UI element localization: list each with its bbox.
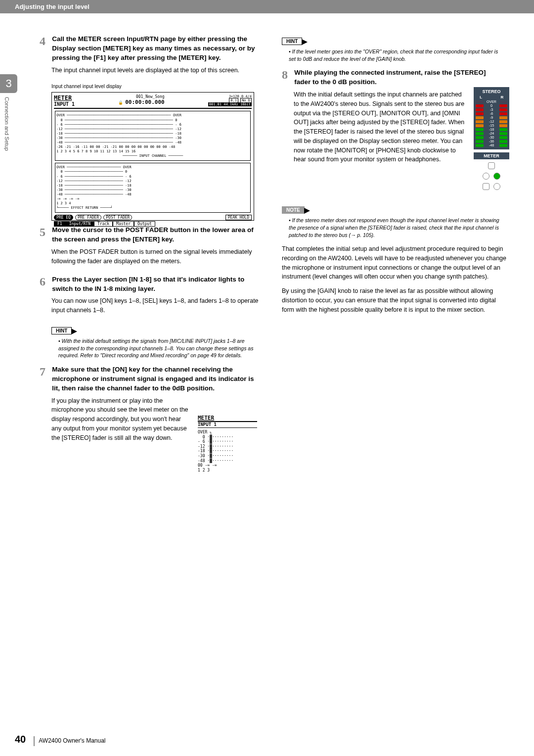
power-icon[interactable]: [493, 183, 500, 190]
hint-label: HINT: [56, 328, 67, 333]
content-area: 4 Call the METER screen Input/RTN page b…: [40, 35, 519, 451]
meter-button[interactable]: [488, 162, 495, 169]
small-subtitle: INPUT 1: [198, 422, 257, 428]
scale-6: -6: [484, 112, 499, 115]
meter-buttons-row: PRE EQ PRE FADER POST FADER PEAK HOLD: [54, 215, 252, 220]
step-number: 7: [40, 365, 50, 378]
srate-display: 001.01 44.1kHz 16bit: [208, 102, 252, 106]
closing-para-2: By using the [GAIN] knob to raise the le…: [282, 286, 509, 314]
screen-subtitle: INPUT 1: [54, 101, 75, 107]
return-scale: OVER ────────────────────────── OVER 0 ─…: [56, 165, 249, 197]
scale-left: OVER ───────────────────────────────────…: [56, 113, 249, 145]
tab-input-rtn[interactable]: Input/RTN: [66, 221, 94, 227]
step-heading: Make sure that the [ON] key for the chan…: [52, 365, 260, 393]
step-heading: Move the cursor to the POST FADER button…: [52, 226, 260, 244]
step-heading: While playing the connected instrument, …: [294, 68, 502, 87]
page-footer: 40 AW2400 Owner's Manual: [15, 734, 106, 746]
tab-track[interactable]: Track: [94, 221, 113, 227]
input-channel-graph: OVER ───────────────────────────────────…: [55, 111, 251, 161]
hint-tag: HINT: [282, 38, 302, 45]
channel-nums: 1 2 3 4 5 6 7 8 9 10 11 12 13 14 15 16: [56, 149, 249, 154]
right-column: HINT • If the level meter goes into the …: [282, 35, 509, 451]
section-label-a: INPUT CHANNEL: [139, 154, 167, 158]
song-name: 001_New_Song: [118, 94, 164, 99]
small-meter-illustration: METER INPUT 1 OVER ┐ 0 ·▓········· - 6 ·…: [198, 415, 257, 479]
step-heading: Call the METER screen Input/RTN page by …: [52, 35, 260, 63]
chapter-number: 3: [0, 74, 17, 93]
note-label: NOTE: [286, 207, 300, 213]
step-number: 5: [40, 226, 50, 239]
peak-hold-button[interactable]: PEAK HOLD: [225, 215, 252, 220]
meter-screen-illustration: METER INPUT 1 001_New_Song 🔒 00:00:00.00…: [51, 92, 254, 221]
knob-icon[interactable]: [493, 173, 500, 180]
stereo-R: R: [497, 95, 507, 99]
step-body: The input channel input levels are displ…: [51, 66, 267, 75]
note-body: • If the stereo meter does not respond e…: [289, 217, 504, 238]
step-heading: Press the Layer section [IN 1-8] so that…: [52, 275, 260, 294]
scale-12: -12: [484, 120, 499, 123]
closing-para-1: That completes the initial setup and lev…: [282, 244, 509, 282]
scale-3: -3: [484, 108, 499, 111]
stereo-title: STEREO: [476, 89, 507, 94]
small-nums: 1 2 3: [198, 468, 257, 473]
footer-vals: -26 -21 -16 -11 00 00 -21 -21 00 00 00 0…: [56, 145, 249, 149]
post-fader-button[interactable]: POST FADER: [103, 215, 132, 220]
step-body: If you play the instrument or play into …: [51, 396, 190, 443]
scale-9: -9: [484, 116, 499, 119]
left-column: 4 Call the METER screen Input/RTN page b…: [40, 35, 267, 451]
meter-knobs: [474, 159, 509, 194]
scale-36: -36: [484, 140, 499, 143]
step-number: 6: [40, 275, 50, 288]
scale-0: 0: [484, 104, 499, 107]
screen-caption: Input channel input level display: [51, 84, 267, 89]
stereo-L: L: [476, 95, 486, 99]
header-bar: Adjusting the input level: [0, 0, 534, 13]
small-scale: OVER ┐ 0 ·▓········· - 6 ·▓········· -12…: [198, 430, 257, 463]
scale-18: -18: [484, 128, 499, 131]
page-number: 40: [15, 734, 26, 745]
pre-eq-button[interactable]: PRE EQ: [54, 215, 73, 220]
step-6: 6 Press the Layer section [IN 1-8] so th…: [40, 275, 267, 315]
screen-title: METER: [54, 94, 75, 101]
small-title: METER: [198, 415, 257, 422]
return-nums: 1 2 3 4: [56, 201, 249, 206]
button-icon[interactable]: [483, 183, 490, 190]
step-7: 7 Make sure that the [ON] key for the ch…: [40, 365, 267, 442]
step-8: 8 While playing the connected instrument…: [282, 68, 509, 194]
footer-divider: [34, 736, 35, 746]
scale-24: -24: [484, 132, 499, 135]
meter-section-label: METER: [474, 152, 509, 159]
time-display: 00:00:00.000: [125, 99, 164, 105]
step-body: You can now use [ON] keys 1–8, [SEL] key…: [51, 296, 267, 315]
manual-title: AW2400 Owner's Manual: [39, 737, 105, 744]
hint-body: • If the level meter goes into the "OVER…: [289, 48, 504, 62]
pre-fader-button[interactable]: PRE FADER: [75, 215, 101, 220]
effect-return-graph: OVER ────────────────────────── OVER 0 ─…: [55, 163, 251, 213]
screen-tabs: F1 Input/RTN Track Master Output: [54, 221, 252, 227]
note-tag: NOTE: [282, 206, 305, 214]
hint-body: • With the initial default settings the …: [58, 337, 262, 359]
scale-30: -30: [484, 136, 499, 139]
hint-tag: HINT: [51, 327, 72, 334]
stereo-meter-box: STEREO LR OVER 0 -3 -6 -9 -12 -15 -18 -2…: [474, 87, 509, 149]
step-number: 4: [40, 35, 50, 48]
tab-master[interactable]: Master: [113, 221, 134, 227]
section-label-b: EFFECT RETURN: [71, 206, 98, 210]
hint-label: HINT: [286, 39, 298, 44]
knob-icon[interactable]: [483, 173, 490, 180]
scale-over: OVER: [484, 100, 499, 103]
side-tab: 3 Connection and Setup: [0, 74, 17, 198]
f1-label: F1: [54, 221, 66, 227]
tab-label: Connection and Setup: [0, 93, 14, 155]
scale-48: -48: [484, 143, 499, 147]
step-body: When the POST FADER button is turned on …: [51, 247, 267, 266]
small-footer: 00 -∞ -∞: [198, 463, 257, 468]
section-title: Adjusting the input level: [15, 3, 89, 10]
scale-15: -15: [484, 124, 499, 127]
step-body: With the initial default settings the in…: [294, 90, 467, 164]
tab-output[interactable]: Output: [134, 221, 155, 227]
stereo-meter-illustration: STEREO LR OVER 0 -3 -6 -9 -12 -15 -18 -2…: [474, 87, 509, 194]
return-vals: -∞ -∞ -∞ -∞: [56, 197, 249, 201]
lock-icon: 🔒: [118, 100, 123, 105]
step-5: 5 Move the cursor to the POST FADER butt…: [40, 226, 267, 266]
